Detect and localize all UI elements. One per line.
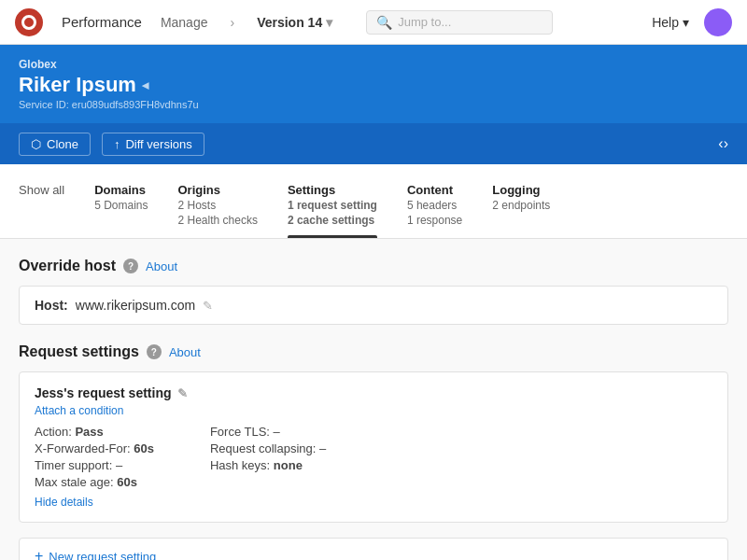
clone-icon: ⬡: [31, 137, 41, 151]
tab-settings[interactable]: Settings 1 request setting 2 cache setti…: [288, 175, 392, 238]
help-chevron-icon: ▾: [683, 15, 689, 30]
version-dropdown-icon: ▾: [326, 15, 332, 30]
host-label: Host:: [35, 298, 68, 313]
override-host-header: Override host ? About: [19, 258, 728, 274]
action-detail: Action: Pass: [35, 425, 154, 439]
forwarded-detail: X-Forwarded-For: 60s: [35, 441, 154, 455]
request-details: Action: Pass X-Forwarded-For: 60s Timer …: [35, 425, 712, 509]
nav-right: Help ▾: [652, 8, 732, 36]
nav-performance[interactable]: Performance: [62, 14, 142, 30]
detail-col-right: Force TLS: – Request collapsing: – Hash …: [210, 425, 326, 509]
diff-icon: ↑: [114, 137, 120, 151]
detail-col-left: Action: Pass X-Forwarded-For: 60s Timer …: [35, 425, 154, 509]
plus-icon: +: [35, 548, 43, 560]
request-card: Jess's request setting ✎ Attach a condit…: [19, 371, 728, 523]
nav-version[interactable]: Version 14 ▾: [257, 15, 332, 30]
app-logo[interactable]: [15, 8, 43, 36]
diff-versions-button[interactable]: ↑ Diff versions: [102, 133, 204, 156]
tab-origins[interactable]: Origins 2 Hosts 2 Health checks: [178, 175, 273, 238]
action-bar-right: ‹›: [718, 135, 728, 152]
nav-chevron-icon: ›: [230, 15, 234, 30]
request-card-header: Jess's request setting ✎ Attach a condit…: [35, 385, 712, 417]
host-card: Host: www.rikeripsum.com ✎: [19, 286, 728, 325]
override-host-title: Override host: [19, 258, 116, 274]
org-name: Globex: [19, 58, 728, 71]
tab-domains[interactable]: Domains 5 Domains: [94, 175, 162, 223]
request-settings-help-icon[interactable]: ?: [147, 344, 162, 359]
user-avatar[interactable]: [704, 8, 732, 36]
tab-logging[interactable]: Logging 2 endpoints: [492, 175, 565, 223]
request-settings-about-link[interactable]: About: [169, 345, 201, 359]
hash-keys-detail: Hash keys: none: [210, 458, 326, 472]
collapsing-detail: Request collapsing: –: [210, 441, 326, 455]
clone-button[interactable]: ⬡ Clone: [19, 133, 91, 156]
request-edit-icon[interactable]: ✎: [177, 386, 188, 400]
override-host-section: Override host ? About Host: www.rikerips…: [19, 258, 728, 325]
tab-content[interactable]: Content 5 headers 1 response: [407, 175, 477, 238]
code-icon[interactable]: ‹›: [718, 135, 728, 151]
nav-manage[interactable]: Manage: [161, 15, 208, 30]
request-settings-title: Request settings: [19, 343, 139, 360]
attach-condition-link[interactable]: Attach a condition: [35, 404, 188, 417]
service-id: Service ID: eru089udfs893FH8vdhns7u: [19, 99, 728, 110]
timer-detail: Timer support: –: [35, 458, 154, 472]
top-nav: Performance Manage › Version 14 ▾ 🔍 Jump…: [0, 0, 747, 45]
request-settings-header: Request settings ? About: [19, 343, 728, 360]
service-name[interactable]: Riker Ipsum ◂: [19, 73, 728, 97]
max-stale-detail: Max stale age: 60s: [35, 475, 154, 489]
help-menu[interactable]: Help ▾: [652, 15, 689, 30]
force-tls-detail: Force TLS: –: [210, 425, 326, 439]
main-content: Override host ? About Host: www.rikerips…: [0, 239, 747, 560]
action-bar: ⬡ Clone ↑ Diff versions ‹›: [0, 123, 747, 164]
new-request-setting-button[interactable]: + New request setting: [19, 538, 728, 560]
hide-details-link[interactable]: Hide details: [35, 496, 154, 509]
new-request-label: New request setting: [49, 550, 156, 561]
host-edit-icon[interactable]: ✎: [203, 299, 213, 313]
service-name-dropdown-icon: ◂: [142, 77, 148, 92]
request-name: Jess's request setting ✎: [35, 385, 188, 400]
request-settings-section: Request settings ? About Jess's request …: [19, 343, 728, 560]
service-header: Globex Riker Ipsum ◂ Service ID: eru089u…: [0, 45, 747, 123]
override-host-help-icon[interactable]: ?: [123, 259, 138, 273]
host-value: www.rikeripsum.com: [76, 298, 195, 313]
tabs-nav: Show all Domains 5 Domains Origins 2 Hos…: [0, 164, 747, 239]
override-host-about-link[interactable]: About: [146, 259, 177, 273]
jump-to-search[interactable]: 🔍 Jump to...: [366, 10, 553, 35]
tab-show-all[interactable]: Show all: [19, 175, 79, 208]
search-icon: 🔍: [376, 15, 392, 30]
